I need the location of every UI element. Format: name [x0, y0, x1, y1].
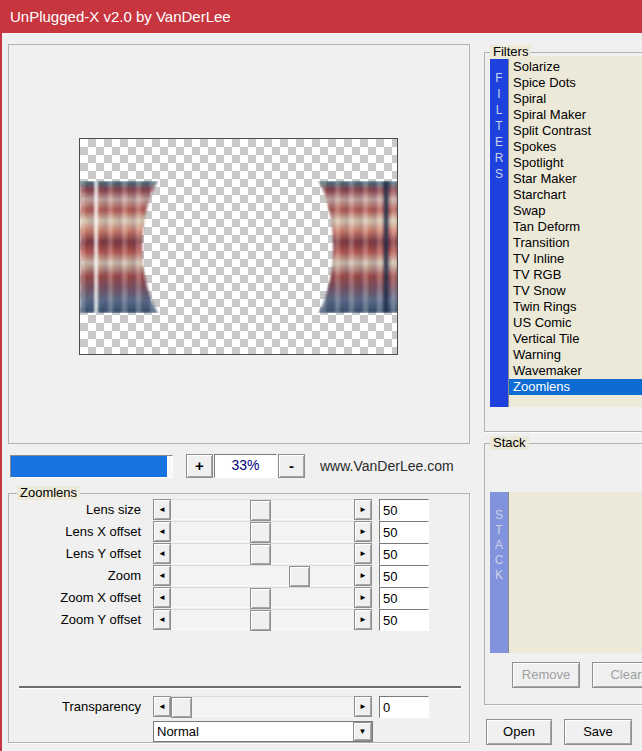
- blend-mode-dropdown[interactable]: Normal ▼: [153, 721, 373, 742]
- preview-canvas: [79, 138, 398, 355]
- stack-group-label: Stack: [490, 436, 529, 450]
- left-triangle-icon: ◄: [158, 527, 166, 536]
- title-bar: UnPlugged-X v2.0 by VanDerLee: [0, 0, 642, 33]
- slider-right-arrow-button[interactable]: ►: [354, 521, 372, 542]
- slider-right-arrow-button[interactable]: ►: [354, 543, 372, 564]
- filter-list-item[interactable]: Solarize: [509, 59, 642, 75]
- zoom-in-button[interactable]: +: [186, 454, 213, 478]
- zoom-out-button[interactable]: -: [278, 454, 305, 478]
- filter-list-item[interactable]: Split Contrast: [509, 123, 642, 139]
- save-button[interactable]: Save: [564, 719, 632, 745]
- open-button[interactable]: Open: [486, 719, 552, 745]
- slider-row: Lens Y offset ◄ ►: [9, 543, 471, 564]
- window-title: UnPlugged-X v2.0 by VanDerLee: [10, 8, 231, 25]
- slider-label: Lens size: [9, 499, 149, 520]
- clear-button[interactable]: Clear: [592, 662, 642, 688]
- slider-left-arrow-button[interactable]: ◄: [153, 543, 171, 564]
- transparency-value-input[interactable]: [379, 696, 429, 718]
- slider-right-arrow-button[interactable]: ►: [354, 565, 372, 586]
- filter-list-item[interactable]: TV RGB: [509, 267, 642, 283]
- preview-image-left-fragment: [80, 181, 189, 313]
- slider-track[interactable]: [171, 543, 353, 564]
- filter-list-item[interactable]: Spice Dots: [509, 75, 642, 91]
- progress-bar: [10, 455, 173, 478]
- remove-button[interactable]: Remove: [512, 662, 580, 688]
- slider-value-input[interactable]: [379, 609, 429, 631]
- zoomlens-group-label: Zoomlens: [17, 486, 80, 500]
- zoom-level-display: 33%: [214, 454, 277, 478]
- slider-row: Lens size ◄ ►: [9, 499, 471, 520]
- slider-value-input[interactable]: [379, 499, 429, 521]
- filter-list-item[interactable]: Spotlight: [509, 155, 642, 171]
- filter-list[interactable]: SolarizeSpice DotsSpiralSpiral MakerSpli…: [508, 56, 642, 407]
- filter-list-item[interactable]: Spiral Maker: [509, 107, 642, 123]
- slider-left-arrow-button[interactable]: ◄: [153, 565, 171, 586]
- filter-list-item[interactable]: Transition: [509, 235, 642, 251]
- filter-list-item[interactable]: Spiral: [509, 91, 642, 107]
- slider-thumb[interactable]: [250, 588, 271, 609]
- slider-left-arrow-button[interactable]: ◄: [153, 609, 171, 630]
- slider-thumb[interactable]: [250, 500, 271, 521]
- filter-list-item[interactable]: Swap: [509, 203, 642, 219]
- slider-thumb[interactable]: [289, 566, 310, 587]
- slider-value-input[interactable]: [379, 587, 429, 609]
- slider-label: Lens X offset: [9, 521, 149, 542]
- chevron-down-icon: ▼: [359, 727, 367, 736]
- slider-track[interactable]: [171, 499, 353, 520]
- filters-group-label: Filters: [490, 45, 531, 59]
- filter-list-item[interactable]: US Comic: [509, 315, 642, 331]
- right-triangle-icon: ►: [359, 702, 367, 711]
- slider-right-arrow-button[interactable]: ►: [354, 587, 372, 608]
- right-triangle-icon: ►: [359, 593, 367, 602]
- right-triangle-icon: ►: [359, 527, 367, 536]
- slider-thumb[interactable]: [250, 522, 271, 543]
- slider-left-arrow-button[interactable]: ◄: [153, 521, 171, 542]
- slider-track[interactable]: [171, 521, 353, 542]
- right-triangle-icon: ►: [359, 571, 367, 580]
- filter-list-item[interactable]: Warning: [509, 347, 642, 363]
- filter-list-item[interactable]: Star Maker: [509, 171, 642, 187]
- slider-value-input[interactable]: [379, 521, 429, 543]
- separator-line: [19, 686, 461, 689]
- transparency-label: Transparency: [9, 696, 149, 717]
- filter-list-item[interactable]: Spokes: [509, 139, 642, 155]
- stack-list[interactable]: [508, 492, 642, 653]
- transparency-right-arrow-button[interactable]: ►: [354, 696, 372, 717]
- slider-label: Lens Y offset: [9, 543, 149, 564]
- window-left-border: [0, 0, 2, 751]
- slider-left-arrow-button[interactable]: ◄: [153, 587, 171, 608]
- vendor-website-label: www.VanDerLee.com: [320, 458, 454, 474]
- preview-image-right-fragment: [307, 181, 398, 313]
- left-triangle-icon: ◄: [158, 615, 166, 624]
- slider-right-arrow-button[interactable]: ►: [354, 499, 372, 520]
- filter-list-item[interactable]: Starchart: [509, 187, 642, 203]
- filter-list-item[interactable]: Tan Deform: [509, 219, 642, 235]
- left-triangle-icon: ◄: [158, 549, 166, 558]
- slider-track[interactable]: [171, 609, 353, 630]
- slider-track[interactable]: [171, 565, 353, 586]
- dropdown-arrow-button[interactable]: ▼: [353, 722, 372, 741]
- filter-list-item[interactable]: Vertical Tile: [509, 331, 642, 347]
- filter-list-item[interactable]: TV Inline: [509, 251, 642, 267]
- stack-vertical-banner: S T A C K: [490, 492, 508, 653]
- left-triangle-icon: ◄: [158, 571, 166, 580]
- filter-list-item[interactable]: Wavemaker: [509, 363, 642, 379]
- transparency-left-arrow-button[interactable]: ◄: [153, 696, 171, 717]
- filter-list-item[interactable]: TV Snow: [509, 283, 642, 299]
- filter-list-item[interactable]: Twin Rings: [509, 299, 642, 315]
- slider-right-arrow-button[interactable]: ►: [354, 609, 372, 630]
- slider-track[interactable]: [171, 587, 353, 608]
- transparency-row: Transparency ◄ ►: [9, 696, 471, 717]
- plugin-window: UnPlugged-X v2.0 by VanDerLee + 33% - ww…: [0, 0, 642, 751]
- slider-thumb[interactable]: [250, 610, 271, 631]
- slider-value-input[interactable]: [379, 543, 429, 565]
- transparency-slider-track[interactable]: [171, 696, 353, 717]
- transparency-slider-thumb[interactable]: [171, 697, 192, 718]
- slider-left-arrow-button[interactable]: ◄: [153, 499, 171, 520]
- filter-list-item[interactable]: Zoomlens: [509, 379, 642, 395]
- blend-mode-selected-value: Normal: [157, 722, 199, 741]
- slider-row: Zoom ◄ ►: [9, 565, 471, 586]
- slider-value-input[interactable]: [379, 565, 429, 587]
- slider-row: Lens X offset ◄ ►: [9, 521, 471, 542]
- slider-thumb[interactable]: [250, 544, 271, 565]
